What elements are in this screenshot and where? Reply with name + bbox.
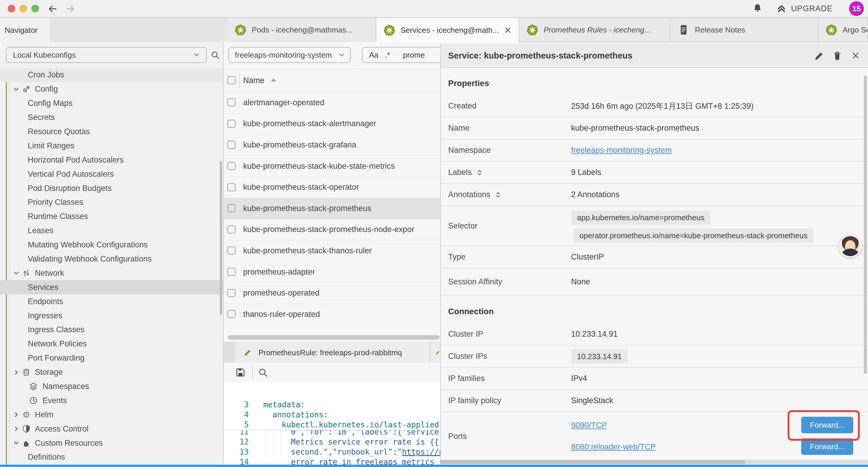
tab-prometheus-rules-icecheng[interactable]: Prometheus Rules - icecheng... xyxy=(519,18,671,42)
row-checkbox[interactable] xyxy=(227,162,236,170)
sidebar-item-ingresses[interactable]: Ingresses xyxy=(0,309,223,323)
row-checkbox[interactable] xyxy=(227,310,236,318)
row-checkbox[interactable] xyxy=(227,204,236,212)
service-row-kube-prometheus-stack-operator[interactable]: kube-prometheus-stack-operator xyxy=(224,177,440,198)
forward-arrow-icon[interactable] xyxy=(65,4,75,14)
close-window-button[interactable] xyxy=(8,5,16,12)
port-link[interactable]: 8080:reloader-web/TCP xyxy=(571,442,656,451)
notification-count-badge[interactable]: 15 xyxy=(849,1,864,16)
sidebar-item-namespaces[interactable]: Namespaces xyxy=(0,380,223,394)
regex-toggle[interactable]: .* xyxy=(385,51,390,60)
chevron-down-icon[interactable] xyxy=(12,85,20,93)
sidebar-item-mutating-webhook-configurations[interactable]: Mutating Webhook Configurations xyxy=(0,238,223,252)
sidebar-item-cron-jobs[interactable]: Cron Jobs xyxy=(0,68,223,82)
property-link[interactable]: freeleaps-monitoring-system xyxy=(571,140,672,161)
sidebar-item-events[interactable]: Events xyxy=(0,393,223,408)
sidebar-item-endpoints[interactable]: Endpoints xyxy=(0,294,223,309)
delete-trash-icon[interactable] xyxy=(832,50,843,61)
sidebar-item-pod-disruption-budgets[interactable]: Pod Disruption Budgets xyxy=(0,181,223,195)
row-checkbox[interactable] xyxy=(227,120,236,128)
chevron-down-icon[interactable] xyxy=(12,269,20,277)
sidebar-item-helm[interactable]: Helm xyxy=(0,408,223,422)
detail-vertical-scrollbar[interactable] xyxy=(864,76,867,374)
sort-updown-icon[interactable] xyxy=(495,191,502,198)
search-input[interactable]: Aa .* prome xyxy=(362,47,440,63)
sidebar-item-leases[interactable]: Leases xyxy=(0,224,223,238)
notifications-bell-icon[interactable] xyxy=(752,3,763,14)
row-checkbox[interactable] xyxy=(227,289,236,297)
chevron-right-icon[interactable] xyxy=(12,411,20,418)
row-checkbox[interactable] xyxy=(227,226,236,233)
tab-argo-se[interactable]: Argo Se xyxy=(818,18,868,42)
service-row-prometheus-operated[interactable]: prometheus-operated xyxy=(224,283,440,304)
sidebar-item-config[interactable]: Config xyxy=(0,82,223,96)
close-tab-icon[interactable] xyxy=(503,26,512,35)
service-row-kube-prometheus-stack-prometheus[interactable]: kube-prometheus-stack-prometheus xyxy=(224,198,440,219)
sidebar-item-network-policies[interactable]: Network Policies xyxy=(0,337,223,351)
sidebar-item-secrets[interactable]: Secrets xyxy=(0,111,223,125)
editor-tab-prometheusrule[interactable]: PrometheusRule: freeleaps-prod-rabbitmq xyxy=(234,342,430,363)
sidebar-item-runtime-classes[interactable]: Runtime Classes xyxy=(0,209,223,224)
select-all-checkbox[interactable] xyxy=(227,76,236,84)
chevron-right-icon[interactable] xyxy=(12,369,20,376)
detail-horizontal-scrollbar[interactable] xyxy=(441,460,868,464)
search-icon[interactable] xyxy=(258,368,268,377)
save-icon[interactable] xyxy=(235,367,246,378)
service-row-kube-prometheus-stack-grafana[interactable]: kube-prometheus-stack-grafana xyxy=(224,135,440,156)
tab-services-icecheng-math[interactable]: Services - icecheng@math... xyxy=(376,18,519,42)
sidebar-item-priority-classes[interactable]: Priority Classes xyxy=(0,195,223,209)
sidebar-item-custom-resources[interactable]: Custom Resources xyxy=(0,436,223,450)
edit-pencil-icon[interactable] xyxy=(814,51,824,61)
sidebar-item-port-forwarding[interactable]: Port Forwarding xyxy=(0,351,223,365)
service-row-kube-prometheus-stack-prometheus-node-ex[interactable]: kube-prometheus-stack-prometheus-node-ex… xyxy=(224,219,440,241)
chevron-right-icon[interactable] xyxy=(12,425,20,433)
sidebar-item-vertical-pod-autoscalers[interactable]: Vertical Pod Autoscalers xyxy=(0,167,223,181)
row-checkbox[interactable] xyxy=(227,183,236,191)
service-row-kube-prometheus-stack-kube-state-metrics[interactable]: kube-prometheus-stack-kube-state-metrics xyxy=(224,156,440,177)
service-row-thanos-ruler-operated[interactable]: thanos-ruler-operated xyxy=(224,304,440,325)
back-arrow-icon[interactable] xyxy=(47,4,58,14)
forward-button[interactable]: Forward... xyxy=(801,438,853,455)
service-row-kube-prometheus-stack-alertmanager[interactable]: kube-prometheus-stack-alertmanager xyxy=(224,114,440,135)
chevron-down-icon[interactable] xyxy=(12,439,20,447)
yaml-editor[interactable]: 3metadata:4annotations:5kubectl.kubernet… xyxy=(224,382,440,465)
name-column-header[interactable]: Name xyxy=(243,68,277,92)
kubeconfig-select[interactable]: Local Kubeconfigs xyxy=(6,47,207,63)
assistant-avatar[interactable] xyxy=(839,235,862,258)
sidebar-item-config-maps[interactable]: Config Maps xyxy=(0,96,223,111)
service-row-prometheus-adapter[interactable]: prometheus-adapter xyxy=(224,262,440,283)
maximize-window-button[interactable] xyxy=(31,5,39,12)
namespace-select[interactable]: freeleaps-monitoring-system xyxy=(228,47,351,63)
sidebar-item-storage[interactable]: Storage xyxy=(0,365,223,380)
sidebar-item-services[interactable]: Services xyxy=(0,280,223,294)
sidebar-item-definitions[interactable]: Definitions xyxy=(0,450,223,464)
service-row-kube-prometheus-stack-thanos-ruler[interactable]: kube-prometheus-stack-thanos-ruler xyxy=(224,240,440,262)
search-icon[interactable] xyxy=(210,50,220,60)
sidebar-item-horizontal-pod-autoscalers[interactable]: Horizontal Pod Autoscalers xyxy=(0,153,223,167)
upgrade-label[interactable]: UPGRADE xyxy=(791,4,833,13)
sidebar-item-resource-quotas[interactable]: Resource Quotas xyxy=(0,125,223,139)
row-checkbox[interactable] xyxy=(227,268,236,276)
tab-navigator[interactable]: Navigator xyxy=(0,18,50,42)
sidebar-item-ingress-classes[interactable]: Ingress Classes xyxy=(0,323,223,337)
editor-tab-next[interactable] xyxy=(430,342,440,363)
sidebar-item-network[interactable]: Network xyxy=(0,266,223,280)
tab-pods-icecheng-mathmas[interactable]: Pods - icecheng@mathmas... xyxy=(227,18,376,42)
sort-updown-icon[interactable] xyxy=(476,169,483,176)
sidebar-scrollbar[interactable] xyxy=(220,161,222,315)
sort-ascending-icon[interactable] xyxy=(270,77,277,84)
row-checkbox[interactable] xyxy=(227,98,236,107)
upgrade-icon[interactable] xyxy=(775,2,788,15)
tab-release-notes[interactable]: Release Notes xyxy=(671,18,818,42)
table-horizontal-scrollbar[interactable] xyxy=(228,335,440,340)
port-link[interactable]: 9090/TCP xyxy=(571,421,607,430)
sidebar-item-access-control[interactable]: Access Control xyxy=(0,422,223,436)
minimize-window-button[interactable] xyxy=(20,5,27,12)
service-row-alertmanager-operated[interactable]: alertmanager-operated xyxy=(224,92,440,114)
row-checkbox[interactable] xyxy=(227,246,236,255)
match-case-toggle[interactable]: Aa xyxy=(369,51,378,60)
close-icon[interactable] xyxy=(851,51,860,60)
sidebar-item-validating-webhook-configurations[interactable]: Validating Webhook Configurations xyxy=(0,252,223,266)
row-checkbox[interactable] xyxy=(227,141,236,149)
sidebar-item-limit-ranges[interactable]: Limit Ranges xyxy=(0,139,223,153)
